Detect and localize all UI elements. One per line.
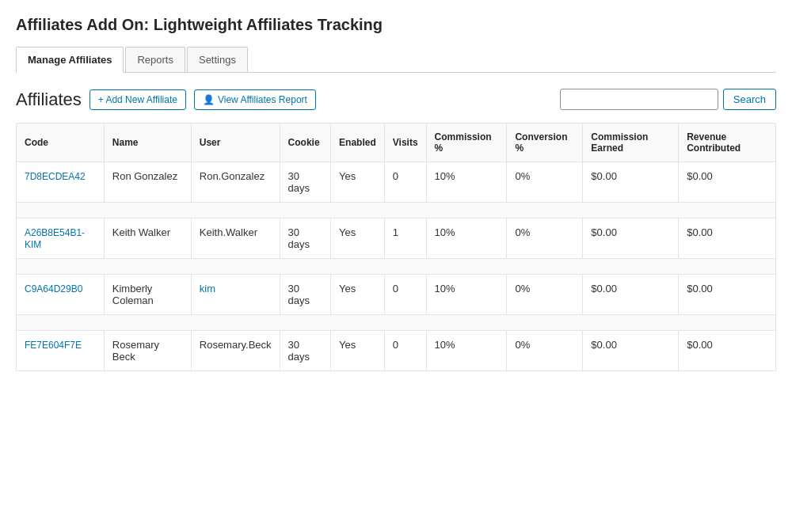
conversion-pct-cell: 0% <box>507 275 583 315</box>
user-value: Rosemary.Beck <box>200 339 272 351</box>
cookie-cell: 30 days <box>280 218 331 259</box>
col-visits: Visits <box>384 124 426 162</box>
revenue-contributed-cell: $0.00 <box>679 275 776 315</box>
col-name: Name <box>104 124 191 162</box>
visits-cell: 0 <box>384 275 426 315</box>
affiliates-section-title: Affiliates <box>16 89 82 110</box>
visits-cell: 0 <box>384 162 426 203</box>
col-commission-earned: Commission Earned <box>583 124 679 162</box>
table-row: A26B8E54B1-KIM Keith Walker Keith.Walker… <box>17 218 776 259</box>
visits-cell: 0 <box>384 331 426 371</box>
commission-pct-cell: 10% <box>426 331 507 371</box>
col-user: User <box>191 124 280 162</box>
user-value: Keith.Walker <box>200 226 257 238</box>
table-row: 7D8ECDEA42 Ron Gonzalez Ron.Gonzalez 30 … <box>17 162 776 203</box>
visits-cell: 1 <box>384 218 426 259</box>
commission-pct-cell: 10% <box>426 218 507 259</box>
revenue-contributed-cell: $0.00 <box>679 331 776 371</box>
name-cell: Kimberly Coleman <box>104 275 191 315</box>
tab-reports[interactable]: Reports <box>125 47 185 72</box>
col-commission-pct: Commission % <box>426 124 507 162</box>
commission-earned-cell: $0.00 <box>583 275 679 315</box>
row-spacer <box>17 203 776 218</box>
affiliates-header: Affiliates + Add New Affiliate 👤 View Af… <box>16 89 776 110</box>
add-new-affiliate-button[interactable]: + Add New Affiliate <box>89 89 186 110</box>
code-link[interactable]: FE7E604F7E <box>25 340 82 351</box>
commission-pct-cell: 10% <box>426 275 507 315</box>
affiliates-table: Code Name User Cookie Enabled Visits Com… <box>16 123 776 371</box>
table-header-row: Code Name User Cookie Enabled Visits Com… <box>17 124 776 162</box>
name-cell: Rosemary Beck <box>104 331 191 371</box>
user-link[interactable]: kim <box>200 283 215 294</box>
enabled-cell: Yes <box>331 218 385 259</box>
name-cell: Keith Walker <box>104 218 191 259</box>
commission-earned-cell: $0.00 <box>583 218 679 259</box>
tabs-bar: Manage Affiliates Reports Settings <box>16 47 776 73</box>
search-input[interactable] <box>560 89 718 110</box>
col-enabled: Enabled <box>331 124 385 162</box>
cookie-cell: 30 days <box>280 275 331 315</box>
revenue-contributed-cell: $0.00 <box>679 218 776 259</box>
col-conversion-pct: Conversion % <box>507 124 583 162</box>
conversion-pct-cell: 0% <box>507 331 583 371</box>
user-cell: Ron.Gonzalez <box>191 162 280 203</box>
table-row: FE7E604F7E Rosemary Beck Rosemary.Beck 3… <box>17 331 776 371</box>
col-cookie: Cookie <box>280 124 331 162</box>
commission-earned-cell: $0.00 <box>583 162 679 203</box>
user-cell: kim <box>191 275 280 315</box>
tab-manage-affiliates[interactable]: Manage Affiliates <box>16 47 124 73</box>
commission-earned-cell: $0.00 <box>583 331 679 371</box>
col-revenue-contributed: Revenue Contributed <box>679 124 776 162</box>
user-value: Ron.Gonzalez <box>200 170 265 182</box>
cookie-cell: 30 days <box>280 162 331 203</box>
row-spacer <box>17 315 776 331</box>
row-spacer <box>17 259 776 275</box>
search-button[interactable]: Search <box>723 89 776 110</box>
user-cell: Keith.Walker <box>191 218 280 259</box>
col-code: Code <box>17 124 105 162</box>
tab-settings[interactable]: Settings <box>187 47 248 72</box>
user-cell: Rosemary.Beck <box>191 331 280 371</box>
affiliates-header-left: Affiliates + Add New Affiliate 👤 View Af… <box>16 89 316 110</box>
code-link[interactable]: A26B8E54B1-KIM <box>25 227 85 250</box>
revenue-contributed-cell: $0.00 <box>679 162 776 203</box>
table-row: C9A64D29B0 Kimberly Coleman kim 30 days … <box>17 275 776 315</box>
enabled-cell: Yes <box>331 162 385 203</box>
view-affiliates-icon: 👤 <box>203 94 215 105</box>
commission-pct-cell: 10% <box>426 162 507 203</box>
page-title: Affiliates Add On: Lightweight Affiliate… <box>16 16 776 34</box>
code-link[interactable]: 7D8ECDEA42 <box>25 171 86 182</box>
enabled-cell: Yes <box>331 275 385 315</box>
conversion-pct-cell: 0% <box>507 162 583 203</box>
name-cell: Ron Gonzalez <box>104 162 191 203</box>
conversion-pct-cell: 0% <box>507 218 583 259</box>
view-affiliates-report-button[interactable]: 👤 View Affiliates Report <box>194 89 316 110</box>
search-area: Search <box>560 89 776 110</box>
enabled-cell: Yes <box>331 331 385 371</box>
cookie-cell: 30 days <box>280 331 331 371</box>
view-affiliates-label: View Affiliates Report <box>218 94 307 105</box>
code-link[interactable]: C9A64D29B0 <box>25 283 82 294</box>
